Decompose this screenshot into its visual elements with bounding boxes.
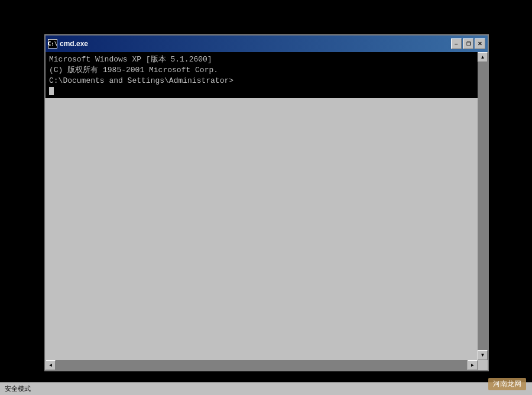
watermark: 河南龙网 xyxy=(488,378,526,390)
cmd-window: C:\ cmd.exe − ❐ ✕ Microsoft Windows XP [… xyxy=(44,34,489,371)
window-title: cmd.exe xyxy=(60,40,449,48)
window-icon: C:\ xyxy=(48,39,57,48)
terminal-area[interactable]: Microsoft Windows XP [版本 5.1.2600](C) 版权… xyxy=(46,52,488,98)
scroll-track-v xyxy=(478,62,488,350)
cursor xyxy=(49,87,54,95)
title-bar: C:\ cmd.exe − ❐ ✕ xyxy=(46,35,488,52)
scroll-down-icon: ▼ xyxy=(481,352,485,358)
scroll-left-button[interactable]: ◄ xyxy=(46,360,56,370)
window-controls: − ❐ ✕ xyxy=(451,38,485,49)
minimize-button[interactable]: − xyxy=(451,38,462,49)
scroll-right-icon: ► xyxy=(471,362,475,368)
terminal-line: Microsoft Windows XP [版本 5.1.2600] xyxy=(49,54,484,65)
scroll-right-button[interactable]: ► xyxy=(468,360,478,370)
status-text: 安全模式 xyxy=(5,384,31,393)
horizontal-scrollbar: ◄ ► xyxy=(46,360,478,370)
vertical-scrollbar: ▲ ▼ xyxy=(478,52,488,360)
scroll-up-button[interactable]: ▲ xyxy=(478,52,488,62)
scroll-left-icon: ◄ xyxy=(48,362,53,368)
window-body: Microsoft Windows XP [版本 5.1.2600](C) 版权… xyxy=(46,52,488,370)
scroll-down-button[interactable]: ▼ xyxy=(478,350,488,360)
scroll-corner xyxy=(478,360,488,370)
terminal-line: (C) 版权所有 1985-2001 Microsoft Corp. xyxy=(49,65,484,76)
scroll-track-h xyxy=(56,360,468,370)
status-bar: 安全模式 xyxy=(0,382,532,395)
scroll-up-icon: ▲ xyxy=(481,54,485,60)
terminal-wrapper: Microsoft Windows XP [版本 5.1.2600](C) 版权… xyxy=(46,52,488,370)
desktop: C:\ cmd.exe − ❐ ✕ Microsoft Windows XP [… xyxy=(0,0,532,395)
terminal-line: C:\Documents and Settings\Administrator> xyxy=(49,76,484,86)
close-button[interactable]: ✕ xyxy=(475,38,485,49)
restore-button[interactable]: ❐ xyxy=(463,38,473,49)
